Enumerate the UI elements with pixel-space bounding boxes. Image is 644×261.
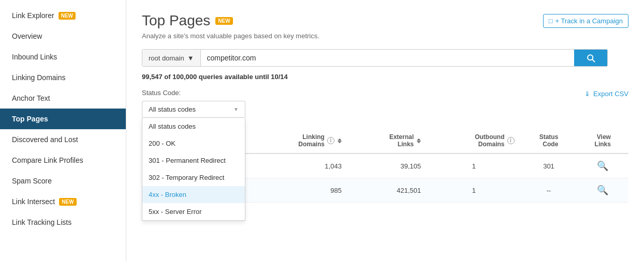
view-links-search-icon[interactable]: 🔍 [597,185,608,195]
main-content: Top Pages NEW □ + Track in a Campaign An… [126,0,644,261]
dropdown-option-5xx[interactable]: 5xx - Server Error [142,203,245,220]
track-plus-icon: □ [549,17,553,25]
search-button[interactable] [574,50,607,66]
dropdown-arrow-icon: ▼ [233,106,239,112]
sidebar-item-discovered-and-lost[interactable]: Discovered and Lost [0,129,126,150]
domain-type-select[interactable]: root domain ▼ [142,50,201,66]
track-campaign-button[interactable]: □ + Track in a Campaign [543,14,628,28]
status-code-section: Status Code: All status codes ▼ All stat… [142,89,245,118]
sidebar-item-link-explorer[interactable]: Link ExplorerNEW [0,5,126,26]
cell-linking-domains-1: 985 [247,178,347,203]
col-linking-domains: LinkingDomains i [247,128,347,153]
sidebar-badge-link-intersect: NEW [59,198,76,206]
external-links-sort-icon[interactable] [417,139,421,143]
sidebar-label-link-intersect: Link Intersect [12,197,55,206]
domain-type-label: root domain [149,54,184,62]
sidebar-label-spam-score: Spam Score [12,177,52,185]
cell-external-links-0: 39,105 [348,153,427,178]
page-header: Top Pages NEW □ + Track in a Campaign [142,12,628,29]
cell-outbound-domains-1: 1 [427,178,520,203]
sidebar-item-linking-domains[interactable]: Linking Domains [0,67,126,88]
sidebar-label-overview: Overview [12,32,42,40]
page-subtitle: Analyze a site's most valuable pages bas… [142,32,628,40]
search-icon [586,53,596,63]
col-outbound-domains: OutboundDomains i [427,128,520,153]
export-icon: ⇓ [584,90,590,98]
sidebar-label-linking-domains: Linking Domains [12,73,66,82]
col-status-code: StatusCode [521,128,577,153]
title-area: Top Pages NEW [142,12,233,29]
sidebar-item-inbound-links[interactable]: Inbound Links [0,47,126,67]
dropdown-option-all[interactable]: All status codes [142,118,245,135]
track-campaign-label: + Track in a Campaign [555,17,623,25]
sidebar-label-top-pages: Top Pages [12,115,48,123]
cell-status-code-1: -- [521,178,577,203]
domain-input[interactable] [201,50,574,66]
search-bar: root domain ▼ [142,49,608,67]
sidebar-item-top-pages[interactable]: Top Pages [0,109,126,129]
dropdown-option-200[interactable]: 200 - OK [142,135,245,152]
dropdown-option-301[interactable]: 301 - Permanent Redirect [142,152,245,169]
sidebar-item-spam-score[interactable]: Spam Score [0,171,126,191]
sidebar-item-link-intersect[interactable]: Link IntersectNEW [0,191,126,212]
cell-view-links-0[interactable]: 🔍 [577,153,628,178]
linking-domains-sort-icon[interactable] [338,139,342,143]
sidebar-label-link-explorer: Link Explorer [12,11,54,20]
sidebar-label-discovered-and-lost: Discovered and Lost [12,135,78,144]
sidebar-item-compare-link-profiles[interactable]: Compare Link Profiles [0,150,126,171]
page-title: Top Pages [142,12,210,29]
cell-outbound-domains-0: 1 [427,153,520,178]
status-selected-label: All status codes [149,105,196,113]
queries-info: 99,547 of 100,000 queries available unti… [142,73,628,81]
cell-external-links-1: 421,501 [348,178,427,203]
status-code-label: Status Code: [142,89,245,97]
status-row: Status Code: All status codes ▼ All stat… [142,89,628,118]
cell-view-links-1[interactable]: 🔍 [577,178,628,203]
cell-linking-domains-0: 1,043 [247,153,347,178]
sidebar-label-link-tracking-lists: Link Tracking Lists [12,218,71,226]
outbound-domains-info-icon[interactable]: i [507,137,515,144]
linking-domains-info-icon[interactable]: i [327,137,334,144]
sidebar-label-compare-link-profiles: Compare Link Profiles [12,156,83,164]
status-dropdown-wrapper: All status codes ▼ All status codes200 -… [142,101,245,118]
status-dropdown-menu: All status codes200 - OK301 - Permanent … [142,118,245,221]
col-view-links: ViewLinks [577,128,628,153]
title-badge: NEW [215,17,232,25]
sidebar-label-anchor-text: Anchor Text [12,94,50,102]
cell-status-code-0: 301 [521,153,577,178]
export-csv-button[interactable]: ⇓ Export CSV [584,90,628,98]
sidebar-item-link-tracking-lists[interactable]: Link Tracking Lists [0,212,126,233]
col-external-links: ExternalLinks [348,128,427,153]
sidebar-item-overview[interactable]: Overview [0,26,126,47]
sidebar-badge-link-explorer: NEW [58,12,76,20]
sidebar-item-anchor-text[interactable]: Anchor Text [0,88,126,109]
dropdown-option-4xx[interactable]: 4xx - Broken [142,186,245,203]
status-dropdown-trigger[interactable]: All status codes ▼ [142,101,245,118]
sidebar-label-inbound-links: Inbound Links [12,53,57,61]
dropdown-option-302[interactable]: 302 - Temporary Redirect [142,169,245,186]
chevron-down-icon: ▼ [187,54,194,62]
export-label: Export CSV [593,90,628,98]
view-links-search-icon[interactable]: 🔍 [597,161,608,171]
sidebar: Link ExplorerNEWOverviewInbound LinksLin… [0,0,126,261]
